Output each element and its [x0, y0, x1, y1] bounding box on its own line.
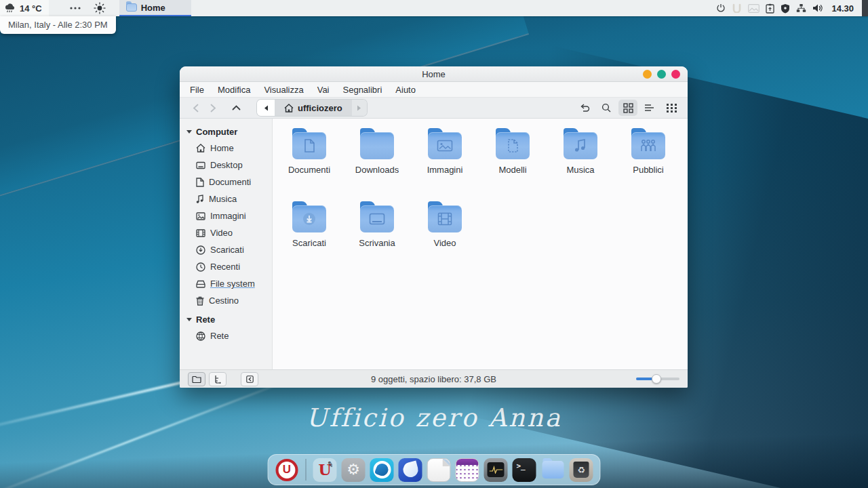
- taskbar-tab-home[interactable]: Home: [119, 0, 191, 16]
- breadcrumb-label: ufficiozero: [298, 103, 342, 113]
- clipboard-icon[interactable]: [766, 3, 774, 14]
- folder-item-downloads[interactable]: Downloads: [343, 125, 411, 196]
- list-view-icon[interactable]: [640, 100, 659, 116]
- brightness-icon[interactable]: [91, 0, 108, 16]
- trash-icon: [196, 296, 204, 306]
- terminal-prompt-icon: >_: [517, 462, 526, 470]
- wallpaper-icon[interactable]: [748, 4, 760, 13]
- gear-icon: ⚙: [347, 461, 360, 479]
- toolbar: ufficiozero: [180, 98, 688, 119]
- ufficiozero-logo-icon: U: [276, 459, 298, 481]
- music-icon: [196, 195, 204, 204]
- dock-trash[interactable]: ♻: [570, 458, 593, 482]
- dock-uz-editor[interactable]: U ✎: [313, 458, 337, 482]
- sidebar-item-musica[interactable]: Musica: [180, 190, 272, 207]
- file-manager-window: Home File Modifica Visualizza Vai Segnal…: [180, 66, 688, 388]
- folder-item-immagini[interactable]: Immagini: [411, 125, 479, 196]
- panel-clock[interactable]: 14.30: [831, 3, 854, 14]
- breadcrumb-location-button[interactable]: ufficiozero: [275, 100, 352, 116]
- sidebar-section-computer[interactable]: Computer: [180, 124, 272, 140]
- back-button[interactable]: [186, 100, 204, 116]
- sidebar-item-scaricati[interactable]: Scaricati: [180, 241, 272, 258]
- folder-icon: [360, 132, 394, 159]
- folder-icon: [631, 132, 665, 159]
- menu-vai[interactable]: Vai: [311, 83, 336, 96]
- system-monitor-icon: [488, 462, 505, 477]
- menu-file[interactable]: File: [184, 83, 210, 96]
- places-sidebar: Computer Home Desktop Documenti Musica I…: [180, 119, 273, 369]
- sidebar-item-immagini[interactable]: Immagini: [180, 207, 272, 224]
- sidebar-item-video[interactable]: Video: [180, 224, 272, 241]
- folder-icon: [496, 132, 530, 159]
- up-button[interactable]: [227, 100, 245, 116]
- collapse-triangle-icon: [186, 318, 192, 321]
- window-controls: [643, 70, 680, 79]
- icon-view-icon[interactable]: [618, 100, 637, 116]
- dock-browser[interactable]: [370, 458, 394, 482]
- compact-view-icon[interactable]: [662, 100, 681, 116]
- sidebar-item-cestino[interactable]: Cestino: [180, 292, 272, 309]
- template-glyph: [506, 138, 519, 153]
- menu-aiuto[interactable]: Aiuto: [389, 83, 422, 96]
- dock-ufficiozero-launcher[interactable]: U: [275, 458, 299, 482]
- zoom-slider-fill: [636, 378, 654, 380]
- dock-mail[interactable]: [399, 458, 422, 482]
- power-icon[interactable]: [716, 3, 726, 13]
- folder-item-video[interactable]: Video: [411, 199, 479, 269]
- folder-icon: [360, 205, 394, 232]
- close-button[interactable]: [671, 70, 680, 79]
- display-glyph: [369, 213, 385, 226]
- weather-widget[interactable]: 14 °C: [0, 0, 49, 16]
- zoom-slider-thumb[interactable]: [652, 374, 661, 384]
- folder-item-scrivania[interactable]: Scrivania: [343, 199, 411, 269]
- dock-file-manager[interactable]: [541, 458, 565, 482]
- sidebar-item-rete[interactable]: Rete: [180, 327, 272, 344]
- shield-icon[interactable]: [781, 3, 790, 14]
- sidebar-item-desktop[interactable]: Desktop: [180, 157, 272, 174]
- dock: U U ✎ ⚙ >_ ♻: [268, 454, 601, 485]
- maximize-button[interactable]: [657, 70, 666, 79]
- folder-item-scaricati[interactable]: Scaricati: [275, 199, 343, 269]
- sidebar-item-documenti[interactable]: Documenti: [180, 174, 272, 190]
- dock-notes[interactable]: [427, 458, 451, 482]
- dock-separator: [306, 459, 307, 481]
- zoom-slider[interactable]: [636, 378, 679, 380]
- window-titlebar[interactable]: Home: [180, 66, 688, 82]
- dock-settings[interactable]: ⚙: [342, 458, 366, 482]
- folder-item-documenti[interactable]: Documenti: [275, 125, 343, 196]
- ufficiozero-tray-icon[interactable]: [732, 3, 742, 13]
- sidebar-item-file-system[interactable]: File system: [180, 275, 272, 292]
- menu-segnalibri[interactable]: Segnalibri: [337, 83, 389, 96]
- browser-icon: [373, 461, 391, 479]
- folder-view[interactable]: Documenti Downloads Immagini Modelli: [273, 119, 688, 369]
- system-tray: 14.30: [716, 3, 859, 14]
- sidebar-item-recenti[interactable]: Recenti: [180, 258, 272, 275]
- sidebar-section-rete[interactable]: Rete: [180, 312, 272, 327]
- clock-icon: [196, 262, 205, 272]
- folder-item-modelli[interactable]: Modelli: [479, 125, 547, 196]
- dock-terminal[interactable]: >_: [513, 458, 536, 482]
- recycle-icon: ♻: [574, 462, 589, 478]
- sidebar-item-home[interactable]: Home: [180, 140, 272, 157]
- top-panel: 14 °C Home 14.30: [0, 0, 868, 16]
- overflow-menu-icon[interactable]: [66, 0, 84, 16]
- network-icon[interactable]: [796, 3, 806, 13]
- search-icon[interactable]: [597, 100, 616, 116]
- dock-system-monitor[interactable]: [484, 458, 508, 482]
- folder-icon: [542, 461, 564, 479]
- volume-icon[interactable]: [812, 3, 824, 13]
- minimize-button[interactable]: [643, 70, 652, 79]
- breadcrumb-scroll-left-button[interactable]: [257, 100, 275, 116]
- folder-item-musica[interactable]: Musica: [547, 125, 614, 196]
- forward-button[interactable]: [204, 100, 222, 116]
- folder-item-pubblici[interactable]: Pubblici: [614, 125, 682, 196]
- dock-calendar[interactable]: [456, 458, 479, 482]
- menu-visualizza[interactable]: Visualizza: [258, 83, 309, 96]
- breadcrumb-scroll-right-button[interactable]: [352, 100, 367, 116]
- music-glyph: [574, 138, 587, 153]
- menu-modifica[interactable]: Modifica: [212, 83, 256, 96]
- show-desktop-edge[interactable]: [862, 0, 868, 16]
- video-icon: [196, 229, 205, 237]
- reload-icon[interactable]: [575, 100, 594, 116]
- document-icon: [196, 178, 204, 187]
